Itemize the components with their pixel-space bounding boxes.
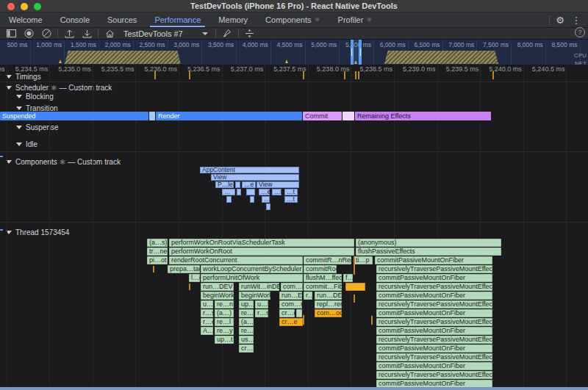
- flame-bar-thread[interactable]: commitPassiveMountOnFiber: [376, 327, 492, 335]
- transition-bar[interactable]: [343, 112, 354, 120]
- flame-bar-thread[interactable]: [296, 309, 302, 317]
- flame-bar-component[interactable]: …: [222, 189, 235, 195]
- track-timings[interactable]: Timings: [6, 73, 41, 81]
- flame-bar-thread[interactable]: performUnitOfWork: [201, 274, 303, 282]
- clear-recording-icon[interactable]: [40, 29, 53, 39]
- tab-memory[interactable]: Memory: [209, 12, 257, 27]
- horizontal-scrollbar[interactable]: [0, 387, 588, 390]
- flame-bar-component[interactable]: View: [211, 174, 299, 181]
- record-button[interactable]: [22, 29, 35, 39]
- flame-bar-thread[interactable]: repl…ren: [315, 300, 342, 308]
- flame-bar-thread[interactable]: r…: [304, 292, 312, 300]
- timing-marker[interactable]: [303, 71, 304, 79]
- help-button[interactable]: ?: [575, 27, 585, 37]
- flame-bar-thread[interactable]: commitPassiveMountOnFiber: [376, 309, 492, 317]
- flame-bar-component[interactable]: …t: [284, 196, 298, 203]
- flame-bar-thread[interactable]: run…EV: [279, 292, 302, 300]
- flame-bar-thread[interactable]: (a…s): [147, 239, 168, 247]
- timing-marker[interactable]: [344, 71, 345, 79]
- flame-bar-component[interactable]: …: [262, 196, 270, 203]
- flame-bar-component[interactable]: [226, 196, 232, 203]
- tab-sources[interactable]: Sources: [98, 12, 146, 27]
- flame-bar-thread[interactable]: run…DEV: [315, 292, 342, 300]
- flame-bar-component[interactable]: …t: [272, 189, 282, 195]
- track-components[interactable]: Components ⚛ — Custom track: [6, 158, 121, 166]
- flame-bar-thread[interactable]: commitRoot: [304, 265, 337, 273]
- track-thread[interactable]: Thread 1573454: [6, 228, 69, 236]
- load-profile-icon[interactable]: [62, 29, 76, 39]
- flame-bar-thread[interactable]: commitPassiveMountOnFiber: [376, 274, 492, 282]
- timing-marker[interactable]: [154, 71, 156, 79]
- flame-bar-thread[interactable]: cr…s: [239, 344, 254, 353]
- flame-bar-thread[interactable]: re…n: [239, 309, 254, 317]
- transition-bar[interactable]: Suspended: [0, 112, 148, 120]
- flame-bar-thread[interactable]: recursivelyTraversePassiveMountEffects: [376, 283, 492, 291]
- home-icon[interactable]: [103, 29, 116, 39]
- save-profile-icon[interactable]: [80, 29, 93, 39]
- tab-performance[interactable]: Performance: [146, 12, 209, 27]
- flame-bar-thread[interactable]: run…DEV: [201, 283, 234, 291]
- flame-bar-thread[interactable]: renderRootConcurrent: [169, 256, 303, 264]
- track-scheduler[interactable]: Scheduler ⚛ — Custom track: [6, 84, 112, 92]
- flame-bar-thread[interactable]: prepa…tack: [168, 265, 200, 273]
- flame-bar-thread[interactable]: commitPassiveMountOnFiber: [376, 362, 492, 370]
- flame-chart-area[interactable]: Timings Scheduler ⚛ — Custom track Block…: [0, 65, 588, 390]
- flame-bar-thread[interactable]: r…e: [201, 318, 213, 326]
- flame-bar-thread[interactable]: re…l: [239, 327, 254, 335]
- flame-bar-thread[interactable]: commit…Fiber: [304, 283, 342, 291]
- flame-bar-thread[interactable]: recursivelyTraversePassiveMountEffects: [376, 371, 492, 379]
- flame-bar-thread[interactable]: flushM…ffects: [304, 274, 342, 282]
- flame-bar-component[interactable]: View: [257, 181, 299, 188]
- flame-bar-thread[interactable]: recursivelyTraversePassiveMountEffects: [376, 300, 492, 308]
- clear-console-brush-icon[interactable]: [220, 29, 234, 39]
- flame-bar-thread[interactable]: cr…e: [279, 318, 303, 326]
- track-idle[interactable]: Idle: [16, 140, 37, 148]
- flame-bar-thread[interactable]: up…t: [215, 336, 234, 344]
- timing-marker[interactable]: [355, 71, 356, 79]
- flame-bar-thread[interactable]: commitR…nReady: [304, 256, 351, 264]
- flame-bar-component[interactable]: [237, 189, 241, 195]
- flame-bar-thread[interactable]: l…e: [189, 274, 200, 282]
- flame-bar-thread[interactable]: runWit…inDEV: [239, 283, 279, 291]
- flame-bar-component[interactable]: …e: [259, 189, 270, 195]
- tab-console[interactable]: Console: [51, 12, 98, 27]
- track-suspense[interactable]: Suspense: [16, 123, 58, 131]
- flame-bar-thread[interactable]: (a…): [215, 309, 234, 317]
- transition-bar[interactable]: [149, 112, 155, 120]
- flame-bar-component[interactable]: …e: [242, 181, 256, 188]
- flame-bar-thread[interactable]: beginWork: [239, 292, 270, 300]
- flame-bar-thread[interactable]: com…rk: [281, 283, 303, 291]
- flame-bar-component[interactable]: [266, 203, 270, 210]
- adjust-panels-icon[interactable]: [243, 29, 257, 39]
- timeline-overview[interactable]: 500 ms1,000 ms1,500 ms2,000 ms2,500 ms3,…: [0, 39, 588, 66]
- flame-bar-thread[interactable]: recursivelyTraversePassiveMountEffects: [376, 265, 492, 273]
- flame-bar-thread[interactable]: performWorkOnRootViaSchedulerTask: [169, 239, 354, 247]
- flame-bar-thread[interactable]: beginWork: [201, 292, 234, 300]
- flame-bar-thread[interactable]: up…t: [239, 300, 254, 308]
- flame-bar-component[interactable]: P…le: [215, 181, 234, 188]
- transition-bar[interactable]: Render: [156, 112, 302, 120]
- flame-bar-component[interactable]: [250, 196, 254, 203]
- flame-bar-thread[interactable]: [345, 283, 365, 291]
- flame-bar-thread[interactable]: re…n: [215, 300, 234, 308]
- toggle-sidebar-icon[interactable]: [4, 29, 18, 39]
- tab-profiler[interactable]: Profiler⚛: [329, 12, 381, 27]
- flame-bar-component[interactable]: AppContent: [200, 167, 299, 173]
- flame-bar-thread[interactable]: u…f: [255, 300, 268, 308]
- flame-bar-thread[interactable]: A…: [201, 327, 213, 335]
- flame-bar-thread[interactable]: performWorkOnRoot: [169, 248, 354, 256]
- flame-bar-thread[interactable]: commitPassiveMountOnFiber: [376, 344, 492, 353]
- timing-marker[interactable]: [492, 71, 494, 79]
- flame-bar-thread[interactable]: commitPassiveMountOnFiber: [376, 292, 492, 300]
- kebab-menu-icon[interactable]: ⋮: [570, 15, 582, 25]
- flame-bar-thread[interactable]: pi…ot: [147, 256, 168, 264]
- target-selector-dropdown[interactable]: TestDevTools #7: [121, 29, 211, 38]
- flame-bar-thread[interactable]: com…oot: [315, 309, 342, 317]
- settings-gear-icon[interactable]: ⚙: [554, 15, 566, 25]
- flame-bar-thread[interactable]: recursivelyTraversePassiveMountEffects: [376, 353, 492, 361]
- transition-bar[interactable]: Commit: [303, 112, 342, 120]
- flame-bar-thread[interactable]: r…s: [255, 309, 268, 317]
- tab-welcome[interactable]: Welcome: [0, 12, 51, 27]
- flame-bar-thread[interactable]: (a…): [239, 318, 254, 326]
- flame-bar-thread[interactable]: re…l: [215, 318, 234, 326]
